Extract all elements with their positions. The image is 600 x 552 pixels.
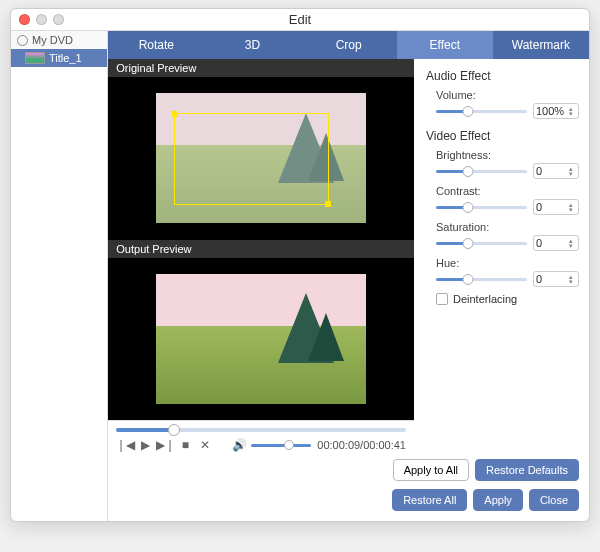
effect-panel: Audio Effect Volume: 100%▴▾ Video Effect… <box>414 59 589 455</box>
apply-button[interactable]: Apply <box>473 489 523 511</box>
titlebar: Edit <box>11 9 589 31</box>
restore-defaults-button[interactable]: Restore Defaults <box>475 459 579 481</box>
tab-watermark[interactable]: Watermark <box>493 31 589 59</box>
thumbnail-icon <box>25 52 45 64</box>
audio-effect-title: Audio Effect <box>426 69 579 83</box>
snapshot-button[interactable]: ✕ <box>196 438 214 452</box>
volume-input[interactable]: 100%▴▾ <box>533 103 579 119</box>
saturation-slider[interactable] <box>436 242 527 245</box>
crop-rectangle[interactable] <box>174 113 329 205</box>
sidebar: My DVD Title_1 <box>11 31 108 521</box>
brightness-label: Brightness: <box>436 149 579 161</box>
saturation-label: Saturation: <box>436 221 579 233</box>
deinterlacing-checkbox[interactable] <box>436 293 448 305</box>
hue-slider[interactable] <box>436 278 527 281</box>
tab-3d[interactable]: 3D <box>204 31 300 59</box>
original-preview[interactable] <box>108 77 414 240</box>
contrast-input[interactable]: 0▴▾ <box>533 199 579 215</box>
hue-label: Hue: <box>436 257 579 269</box>
video-effect-title: Video Effect <box>426 129 579 143</box>
tab-crop[interactable]: Crop <box>301 31 397 59</box>
output-preview <box>108 258 414 421</box>
playback-controls: ❘◀ ▶ ▶❘ ■ ✕ 🔊 00:00:09/00:00:41 <box>108 420 414 455</box>
edit-window: Edit My DVD Title_1 Rotate 3D Crop Effec… <box>10 8 590 522</box>
contrast-label: Contrast: <box>436 185 579 197</box>
sidebar-root-label: My DVD <box>32 34 73 46</box>
apply-to-all-button[interactable]: Apply to All <box>393 459 469 481</box>
disc-icon <box>17 35 28 46</box>
deinterlacing-label: Deinterlacing <box>453 293 517 305</box>
stepper-icon[interactable]: ▴▾ <box>566 166 576 176</box>
video-frame-output <box>156 274 366 404</box>
stop-button[interactable]: ■ <box>176 438 194 452</box>
time-display: 00:00:09/00:00:41 <box>317 439 406 451</box>
hue-input[interactable]: 0▴▾ <box>533 271 579 287</box>
window-title: Edit <box>11 12 589 27</box>
footer-row-2: Restore All Apply Close <box>108 485 589 521</box>
volume-label: Volume: <box>436 89 579 101</box>
close-icon[interactable] <box>19 14 30 25</box>
sidebar-item-label: Title_1 <box>49 52 82 64</box>
sidebar-root[interactable]: My DVD <box>11 31 107 49</box>
zoom-icon[interactable] <box>53 14 64 25</box>
sidebar-item-title1[interactable]: Title_1 <box>11 49 107 67</box>
contrast-slider[interactable] <box>436 206 527 209</box>
stepper-icon[interactable]: ▴▾ <box>566 202 576 212</box>
volume-effect-slider[interactable] <box>436 110 527 113</box>
original-preview-label: Original Preview <box>108 59 414 77</box>
output-preview-label: Output Preview <box>108 240 414 258</box>
tab-effect[interactable]: Effect <box>397 31 493 59</box>
progress-knob[interactable] <box>168 424 180 436</box>
tab-rotate[interactable]: Rotate <box>108 31 204 59</box>
prev-frame-button[interactable]: ❘◀ <box>116 438 134 452</box>
volume-icon[interactable]: 🔊 <box>232 438 247 452</box>
next-frame-button[interactable]: ▶❘ <box>156 438 174 452</box>
brightness-input[interactable]: 0▴▾ <box>533 163 579 179</box>
stepper-icon[interactable]: ▴▾ <box>566 274 576 284</box>
minimize-icon[interactable] <box>36 14 47 25</box>
stepper-icon[interactable]: ▴▾ <box>566 106 576 116</box>
restore-all-button[interactable]: Restore All <box>392 489 467 511</box>
brightness-slider[interactable] <box>436 170 527 173</box>
traffic-lights <box>19 14 64 25</box>
tabbar: Rotate 3D Crop Effect Watermark <box>108 31 589 59</box>
close-button[interactable]: Close <box>529 489 579 511</box>
saturation-input[interactable]: 0▴▾ <box>533 235 579 251</box>
volume-slider[interactable] <box>251 444 311 447</box>
progress-slider[interactable] <box>116 428 406 432</box>
stepper-icon[interactable]: ▴▾ <box>566 238 576 248</box>
play-button[interactable]: ▶ <box>136 438 154 452</box>
video-frame <box>156 93 366 223</box>
footer-row-1: Apply to All Restore Defaults <box>108 455 589 485</box>
